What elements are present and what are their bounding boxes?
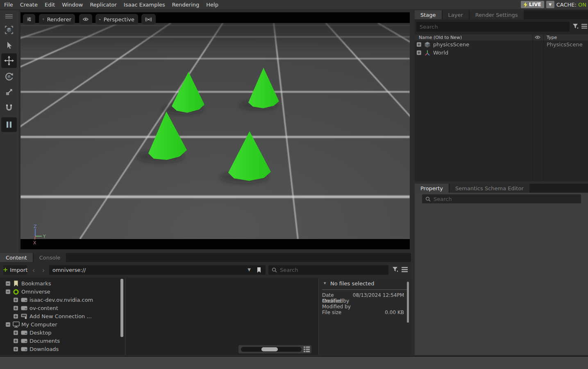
capture-button[interactable] (141, 14, 156, 25)
viewport-settings-button[interactable] (23, 14, 35, 25)
bookmark-toggle-icon[interactable] (257, 267, 261, 273)
expand-icon[interactable]: + (14, 339, 18, 343)
tab-content[interactable]: Content (0, 253, 33, 262)
select-mode-button[interactable] (1, 23, 17, 36)
slider-thumb[interactable] (261, 347, 278, 351)
collapse-caret-icon[interactable]: ▾ (324, 280, 326, 286)
tree-item-my-computer[interactable]: − My Computer (0, 321, 125, 329)
scale-tool-button[interactable] (1, 86, 17, 99)
camera-dropdown[interactable]: Perspective (95, 14, 138, 25)
path-dropdown-icon[interactable]: ▼ (247, 267, 251, 272)
axis-z-label: Z (34, 224, 37, 229)
path-input[interactable] (49, 265, 246, 275)
menu-help[interactable]: Help (206, 2, 218, 8)
toolbar-grip-icon[interactable] (1, 13, 17, 20)
live-dropdown-button[interactable]: ▼ (546, 1, 554, 8)
expand-icon[interactable]: + (14, 330, 18, 335)
prim-name: physicsScene (433, 41, 469, 48)
cache-status: CACHE: ON (556, 2, 586, 8)
move-tool-button[interactable] (1, 53, 17, 68)
pause-button[interactable] (1, 117, 17, 132)
sliders-icon (27, 16, 32, 22)
path-bar: ▼ (49, 265, 266, 275)
tree-item-partial[interactable] (0, 353, 125, 355)
prim-type: PhysicsScene (547, 41, 583, 48)
file-grid-area[interactable] (125, 278, 318, 355)
rotate-tool-button[interactable] (1, 70, 17, 83)
property-search-input[interactable] (434, 195, 581, 203)
property-tabbar: Property Semantics Schema Editor (415, 184, 588, 193)
expand-icon[interactable]: + (14, 347, 18, 351)
content-options-button[interactable] (402, 267, 408, 272)
tab-stage[interactable]: Stage (415, 10, 442, 19)
tree-item-bookmarks[interactable]: − Bookmarks (0, 280, 125, 288)
tree-item-ov-content[interactable]: + ov-content (0, 304, 125, 312)
menu-edit[interactable]: Edit (45, 2, 55, 8)
content-search[interactable] (268, 265, 388, 275)
stage-panel: Stage Layer Render Settings Name (Old to… (415, 10, 588, 181)
tree-item-desktop[interactable]: + Desktop (0, 329, 125, 337)
visibility-column-icon[interactable] (535, 35, 540, 39)
tree-item-add-connection[interactable]: + Add New Connection ... (0, 312, 125, 321)
menu-rendering[interactable]: Rendering (172, 2, 199, 8)
tree-item-omniverse[interactable]: − Omniverse (0, 288, 125, 296)
tab-property[interactable]: Property (415, 184, 449, 193)
stage-row-world[interactable]: + World (415, 49, 588, 57)
expand-icon[interactable]: + (417, 42, 421, 47)
column-type-header[interactable]: Type (547, 35, 557, 40)
renderer-dropdown[interactable]: Renderer (39, 14, 75, 25)
move-icon (4, 56, 14, 66)
snap-tool-button[interactable] (1, 101, 17, 114)
expand-icon[interactable]: + (14, 306, 18, 310)
file-details-pane: ▾ No files selected Date Modified 08/13/… (319, 278, 411, 355)
plus-icon: + (3, 267, 8, 273)
tab-console[interactable]: Console (34, 253, 66, 262)
menu-create[interactable]: Create (20, 2, 38, 8)
back-button[interactable]: ‹ (30, 265, 38, 275)
collapse-icon[interactable]: − (6, 322, 10, 327)
axis-x-label: X (33, 240, 36, 246)
expand-icon[interactable]: + (417, 50, 421, 55)
stage-row-physicsscene[interactable]: + physicsScene PhysicsScene (415, 41, 588, 49)
tab-semantics-schema-editor[interactable]: Semantics Schema Editor (450, 184, 529, 193)
details-scrollbar[interactable] (407, 282, 409, 323)
live-sync-button[interactable]: LIVE (521, 1, 544, 8)
column-name-header[interactable]: Name (Old to New) (419, 35, 462, 40)
expand-icon[interactable]: + (14, 314, 18, 319)
content-toolbar: + Import ‹ › ▼ (0, 262, 411, 278)
thumbnail-scale-slider[interactable] (241, 347, 302, 352)
lightning-bolt-icon (524, 2, 527, 7)
menu-file[interactable]: File (4, 2, 13, 8)
tree-item-downloads[interactable]: + Downloads (0, 345, 125, 353)
property-panel: Property Semantics Schema Editor (415, 184, 588, 355)
content-tabbar: Content Console (0, 253, 411, 262)
viewport-canvas[interactable] (20, 23, 410, 239)
prim-name: World (433, 50, 448, 56)
stage-filter-button[interactable] (572, 23, 579, 29)
tree-item-documents[interactable]: + Documents (0, 337, 125, 345)
content-filter-button[interactable] (392, 266, 398, 272)
content-search-input[interactable] (280, 266, 388, 274)
stage-search-input[interactable] (416, 22, 570, 32)
property-search[interactable] (422, 194, 581, 203)
collapse-icon[interactable]: − (6, 281, 10, 286)
tab-layer[interactable]: Layer (443, 10, 469, 19)
forward-button[interactable]: › (39, 265, 48, 275)
tab-render-settings[interactable]: Render Settings (470, 10, 524, 19)
tree-scrollbar[interactable] (120, 279, 123, 337)
expand-icon[interactable]: + (14, 298, 18, 302)
tree-item-isaac-dev[interactable]: + isaac-dev.ov.nvidia.com (0, 296, 125, 304)
menu-isaac-examples[interactable]: Isaac Examples (124, 2, 165, 8)
stage-options-button[interactable] (581, 24, 587, 29)
visibility-button[interactable] (79, 14, 92, 25)
collapse-icon[interactable]: − (6, 289, 10, 294)
select-tool-button[interactable] (1, 39, 17, 52)
menu-bar: File Create Edit Window Replicator Isaac… (0, 0, 588, 9)
detail-created-by: Created by (322, 298, 404, 304)
list-view-toggle-icon[interactable] (304, 346, 310, 352)
menu-replicator[interactable]: Replicator (90, 2, 116, 8)
import-button[interactable]: + Import (3, 265, 27, 275)
search-icon (425, 196, 431, 202)
axis-gizmo[interactable]: Z Y X (30, 224, 48, 247)
menu-window[interactable]: Window (62, 2, 83, 8)
